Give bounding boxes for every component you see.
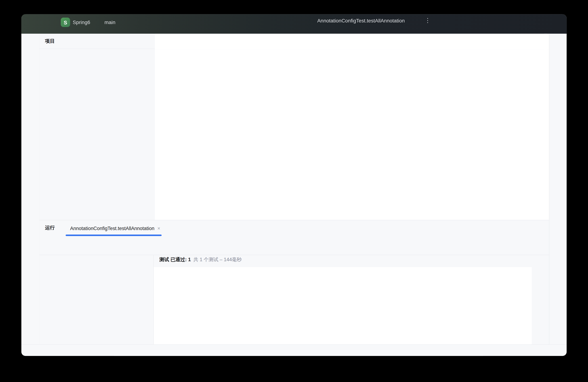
desktop: S Spring6 main AnnotationConfigTest.test…: [0, 0, 588, 382]
run-tool-window-title[interactable]: 运行: [45, 225, 55, 231]
test-console[interactable]: 测试 已通过: 1 共 1 个测试 – 144毫秒: [154, 255, 532, 345]
test-summary: 测试 已通过: 1: [159, 256, 191, 263]
project-widget[interactable]: Spring6: [73, 19, 90, 25]
run-tab[interactable]: AnnotationConfigTest.testAllAnnotation ×: [63, 220, 165, 236]
branch-widget[interactable]: main: [105, 19, 116, 25]
console-output[interactable]: [154, 267, 532, 345]
test-results-tree: [40, 255, 154, 345]
code-editor[interactable]: [155, 49, 549, 220]
editor-tab-bar: [155, 34, 549, 49]
titlebar: S Spring6 main AnnotationConfigTest.test…: [21, 14, 567, 34]
close-icon[interactable]: ×: [158, 225, 160, 231]
ide-window: S Spring6 main AnnotationConfigTest.test…: [21, 14, 567, 356]
minimize-window-button[interactable]: [34, 20, 39, 25]
close-window-button[interactable]: [26, 20, 31, 25]
test-summary-detail: 共 1 个测试 – 144毫秒: [193, 256, 242, 263]
maximize-window-button[interactable]: [42, 20, 47, 25]
right-tool-rail: [549, 34, 567, 344]
run-tool-window: 运行 AnnotationConfigTest.testAllAnnotatio…: [40, 220, 549, 345]
status-bar: [21, 344, 567, 356]
run-configuration-selector[interactable]: AnnotationConfigTest.testAllAnnotation: [317, 18, 405, 23]
run-toolbar: [40, 236, 549, 255]
project-panel-title[interactable]: 项目: [45, 38, 55, 44]
more-run-options-icon[interactable]: ⋮: [425, 18, 431, 23]
window-controls[interactable]: [26, 20, 47, 25]
project-badge[interactable]: S: [61, 18, 70, 27]
left-tool-rail: [21, 34, 40, 344]
console-scroll-controls: [532, 255, 549, 345]
project-tree: [40, 49, 155, 220]
